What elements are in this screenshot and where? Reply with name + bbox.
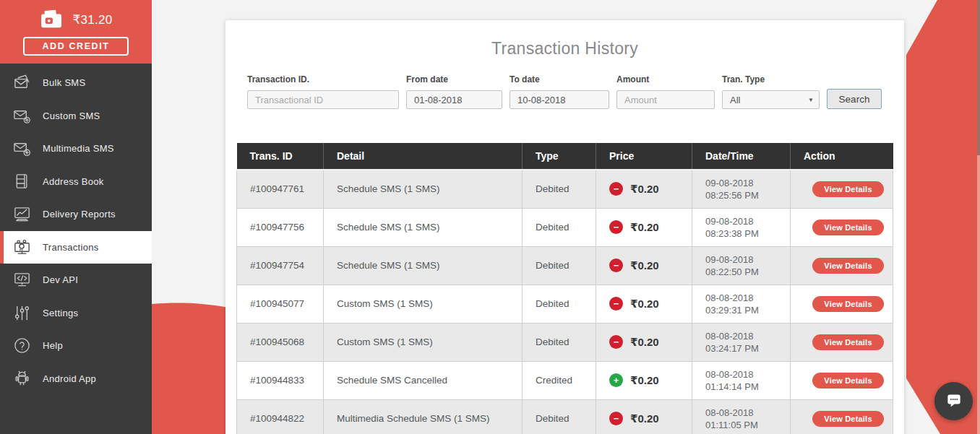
price-sign-icon: − bbox=[609, 335, 623, 349]
sidebar-item-delivery-reports[interactable]: Delivery Reports bbox=[0, 198, 152, 231]
scrollbar-thumb[interactable] bbox=[977, 0, 980, 155]
price-value: ₹0.20 bbox=[630, 221, 659, 233]
amount-input[interactable] bbox=[616, 90, 715, 109]
chat-bubble-icon bbox=[945, 391, 963, 412]
type-cell: Debited bbox=[523, 285, 596, 323]
view-details-button[interactable]: View Details bbox=[812, 181, 883, 197]
price-sign-icon: − bbox=[609, 297, 623, 311]
sidebar-item-label: Help bbox=[43, 340, 63, 351]
type-cell: Debited bbox=[523, 399, 596, 434]
view-details-button[interactable]: View Details bbox=[812, 296, 883, 312]
sidebar-item-bulk-sms[interactable]: Bulk SMS bbox=[0, 66, 152, 100]
sidebar-item-settings[interactable]: Settings bbox=[0, 297, 152, 330]
sidebar-item-label: Dev API bbox=[43, 274, 78, 285]
price-cell: −₹0.20 bbox=[596, 208, 692, 246]
sidebar-item-label: Transactions bbox=[43, 242, 99, 253]
filter-bar: Transaction ID. From date To date Amount… bbox=[247, 74, 882, 109]
time-value: 08:25:56 PM bbox=[705, 189, 790, 201]
delivery-reports-icon bbox=[12, 204, 34, 224]
price-value: ₹0.20 bbox=[630, 412, 659, 425]
sidebar: ₹31.20 ADD CREDIT Bulk SMS Custom SMS bbox=[0, 0, 152, 434]
view-details-button[interactable]: View Details bbox=[812, 258, 883, 274]
sidebar-item-transactions[interactable]: Transactions bbox=[0, 231, 152, 264]
header-price: Price bbox=[596, 143, 692, 170]
price-cell: −₹0.20 bbox=[596, 246, 692, 285]
transaction-history-card: Transaction History Transaction ID. From… bbox=[225, 20, 904, 434]
date-time-cell: 08-08-2018 03:29:31 PM bbox=[692, 285, 791, 323]
price-value: ₹0.20 bbox=[630, 336, 659, 348]
date-value: 09-08-2018 bbox=[705, 177, 790, 189]
sidebar-item-label: Multimedia SMS bbox=[43, 143, 114, 154]
detail-cell: Schedule SMS (1 SMS) bbox=[324, 208, 523, 246]
table-row: #100945077 Custom SMS (1 SMS) Debited −₹… bbox=[237, 285, 893, 323]
to-date-label: To date bbox=[510, 74, 609, 84]
action-cell: View Details bbox=[791, 170, 893, 208]
action-cell: View Details bbox=[791, 399, 893, 434]
page-title: Transaction History bbox=[225, 20, 904, 58]
wallet-balance: ₹31.20 bbox=[72, 12, 112, 27]
date-time-cell: 09-08-2018 08:22:50 PM bbox=[692, 246, 791, 285]
table-row: #100947754 Schedule SMS (1 SMS) Debited … bbox=[237, 246, 893, 285]
sidebar-item-address-book[interactable]: Address Book bbox=[0, 165, 152, 199]
date-value: 08-08-2018 bbox=[705, 368, 790, 381]
sidebar-item-android-app[interactable]: Android App bbox=[0, 363, 152, 396]
from-date-input[interactable] bbox=[406, 90, 502, 109]
table-header-row: Trans. ID Detail Type Price Date/Time Ac… bbox=[237, 143, 893, 170]
chat-button[interactable] bbox=[934, 382, 973, 420]
transactions-icon bbox=[12, 238, 34, 257]
sidebar-item-label: Delivery Reports bbox=[43, 209, 116, 220]
time-value: 01:14:14 PM bbox=[705, 381, 790, 393]
detail-cell: Schedule SMS Cancelled bbox=[324, 361, 523, 399]
scrollbar-track[interactable] bbox=[977, 0, 980, 434]
view-details-button[interactable]: View Details bbox=[812, 411, 883, 427]
sidebar-item-label: Custom SMS bbox=[43, 110, 100, 121]
sidebar-item-dev-api[interactable]: Dev API bbox=[0, 264, 152, 297]
type-cell: Debited bbox=[523, 208, 596, 246]
time-value: 03:29:31 PM bbox=[705, 304, 790, 316]
sidebar-item-label: Settings bbox=[43, 308, 78, 318]
trans-id-cell: #100947761 bbox=[237, 170, 324, 208]
date-time-cell: 08-08-2018 03:24:17 PM bbox=[692, 323, 791, 361]
search-button[interactable]: Search bbox=[827, 89, 882, 109]
type-cell: Debited bbox=[523, 170, 596, 208]
date-value: 08-08-2018 bbox=[705, 292, 790, 304]
wallet-icon bbox=[39, 9, 65, 32]
sidebar-item-help[interactable]: Help bbox=[0, 329, 152, 363]
price-value: ₹0.20 bbox=[630, 259, 659, 272]
date-time-cell: 08-08-2018 01:11:05 PM bbox=[692, 399, 791, 434]
view-details-button[interactable]: View Details bbox=[812, 334, 883, 350]
price-cell: −₹0.20 bbox=[596, 170, 692, 208]
dev-api-icon bbox=[12, 270, 34, 290]
header-type: Type bbox=[523, 143, 596, 170]
detail-cell: Multimedia Schedule SMS (1 SMS) bbox=[324, 399, 523, 434]
sidebar-item-label: Bulk SMS bbox=[43, 77, 85, 88]
sidebar-item-multimedia-sms[interactable]: Multimedia SMS bbox=[0, 132, 152, 165]
add-credit-button[interactable]: ADD CREDIT bbox=[23, 37, 128, 56]
view-details-button[interactable]: View Details bbox=[812, 220, 883, 235]
table-row: #100944833 Schedule SMS Cancelled Credit… bbox=[237, 361, 893, 399]
header-date-time: Date/Time bbox=[692, 143, 791, 170]
date-time-cell: 09-08-2018 08:25:56 PM bbox=[692, 170, 791, 208]
action-cell: View Details bbox=[791, 208, 893, 246]
type-cell: Debited bbox=[523, 246, 596, 285]
address-book-icon bbox=[12, 172, 34, 191]
multimedia-sms-icon bbox=[12, 139, 34, 158]
tran-type-select[interactable]: All bbox=[722, 90, 820, 109]
table-row: #100947756 Schedule SMS (1 SMS) Debited … bbox=[237, 208, 893, 246]
transaction-id-input[interactable] bbox=[247, 90, 399, 109]
time-value: 01:11:05 PM bbox=[705, 419, 790, 431]
price-sign-icon: − bbox=[609, 182, 623, 196]
from-date-label: From date bbox=[406, 74, 502, 84]
action-cell: View Details bbox=[791, 285, 893, 323]
trans-id-cell: #100947756 bbox=[237, 208, 324, 246]
to-date-input[interactable] bbox=[510, 90, 609, 109]
action-cell: View Details bbox=[791, 361, 893, 399]
trans-id-cell: #100945068 bbox=[237, 323, 324, 361]
sidebar-item-label: Address Book bbox=[43, 176, 104, 187]
date-value: 08-08-2018 bbox=[705, 330, 790, 342]
view-details-button[interactable]: View Details bbox=[812, 373, 883, 389]
time-value: 08:22:50 PM bbox=[705, 266, 790, 278]
price-cell: −₹0.20 bbox=[596, 323, 692, 361]
sidebar-item-custom-sms[interactable]: Custom SMS bbox=[0, 100, 152, 133]
date-value: 09-08-2018 bbox=[705, 215, 790, 227]
